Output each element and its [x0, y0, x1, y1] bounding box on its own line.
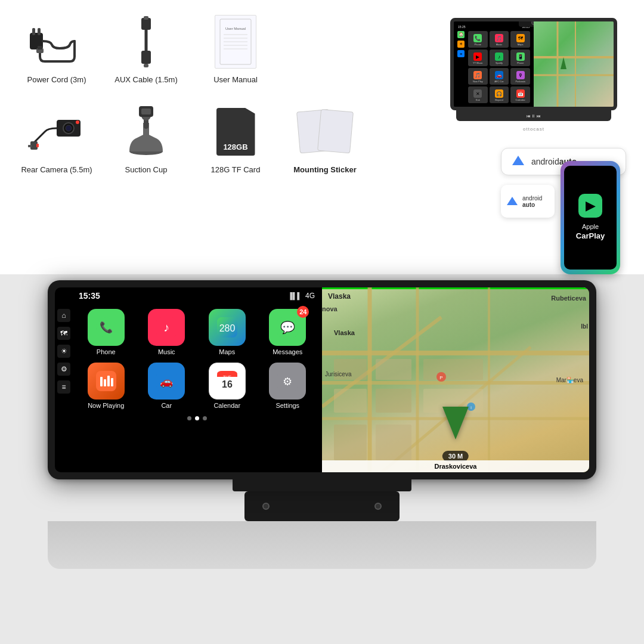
small-app-ytmusic: ▶YT Music: [468, 49, 488, 66]
carplay-status-bar: 15:35 ▐▌▌ 4G: [72, 287, 322, 303]
carplay-app-car[interactable]: 🚗 Car: [141, 363, 193, 409]
small-app-spotify: ♪Spotify: [490, 49, 509, 66]
svg-rect-1: [32, 28, 35, 35]
svg-point-19: [66, 125, 72, 131]
svg-rect-45: [107, 376, 110, 386]
svg-text:TUE: TUE: [223, 375, 231, 379]
nav-map: P i Vlaska nova Rubeticeva Ibl Vlaska Ju…: [322, 287, 589, 472]
aux-cable-icon: [113, 12, 179, 72]
sdcard-capacity: 128GB: [223, 143, 247, 151]
carplay-app-phone[interactable]: 📞 Phone: [80, 309, 132, 355]
carplay-app-nowplaying[interactable]: Now Playing: [80, 363, 132, 409]
user-manual-icon: User Manual: [203, 12, 268, 72]
rear-camera-icon: [24, 102, 89, 162]
sidebar-menu-icon[interactable]: ≡: [57, 380, 70, 394]
messages-label: Messages: [273, 348, 302, 355]
nav-city-jurisiceva: Jurisiceva: [325, 371, 583, 377]
dashboard-surface: [48, 521, 596, 569]
carplay-app-settings[interactable]: ⚙ Settings: [262, 363, 314, 409]
settings-label: Settings: [275, 402, 299, 409]
svg-rect-44: [104, 379, 106, 386]
svg-rect-67: [334, 389, 367, 413]
accessory-sdcard: 128GB 128G TF Card: [197, 102, 274, 174]
svg-marker-33: [561, 57, 566, 69]
sidebar-maps-icon[interactable]: 🗺: [57, 327, 70, 340]
sidebar-home-icon[interactable]: ⌂: [57, 309, 70, 322]
svg-rect-9: [144, 64, 148, 67]
svg-text:🚗: 🚗: [160, 375, 174, 388]
carplay-app-music[interactable]: ♪ Music: [141, 309, 193, 355]
small-sidebar: 🏠 ☀ ≡: [456, 30, 466, 104]
carplay-text: Apple CarPlay: [576, 222, 605, 241]
svg-text:♪: ♪: [163, 321, 169, 334]
android-badge-overlap: android auto: [501, 185, 555, 218]
dot-1[interactable]: [187, 416, 191, 420]
carplay-app-maps[interactable]: 280 Maps: [201, 309, 253, 355]
signal-type: 4G: [305, 292, 315, 300]
calendar-icon: TUE16: [209, 363, 246, 400]
svg-rect-2: [38, 28, 41, 35]
car-label: Car: [161, 402, 172, 409]
carplay-main: 15:35 ▐▌▌ 4G 📞: [72, 287, 322, 424]
carplay-panel: ⌂ 🗺 ☀ ⚙ ≡ 15:35 ▐▌▌ 4G: [55, 287, 322, 472]
power-cord-label: Power Cord (3m): [27, 75, 86, 84]
svg-rect-4: [38, 46, 42, 49]
rear-camera-label: Rear Camera (5.5m): [21, 165, 92, 174]
map-roads-svg: P i: [322, 287, 589, 472]
small-carplay-left: 15:25 16:25 🏠 ☀ ≡ 📞: [454, 21, 534, 107]
sidebar-settings-icon[interactable]: ⚙: [57, 363, 70, 376]
dot-3[interactable]: [203, 416, 207, 420]
small-app-podcasts: 🎙Podcasts: [510, 68, 530, 85]
svg-text:💬: 💬: [280, 320, 295, 335]
small-device-controls: ⏮ ⏸ ⏭: [456, 110, 611, 121]
small-time: 15:25: [458, 25, 466, 29]
sidebar-brightness-icon[interactable]: ☀: [57, 345, 70, 358]
signal-area: ▐▌▌ 4G: [288, 292, 315, 300]
music-icon: ♪: [148, 309, 185, 346]
svg-rect-28: [141, 109, 151, 114]
nowplaying-icon: [88, 363, 125, 400]
svg-rect-46: [111, 378, 113, 386]
small-map: [534, 21, 614, 107]
accessory-user-manual: User Manual User Manual: [197, 12, 274, 84]
small-brand: ottocast: [441, 122, 626, 133]
phone-icon: 📞: [88, 309, 125, 346]
android-auto-icon: [510, 153, 527, 170]
carplay-time: 15:35: [79, 291, 100, 301]
carplay-page-dots: [72, 413, 322, 424]
accessory-power-cord: Power Cord (3m): [18, 12, 95, 84]
accessories-row-1: Power Cord (3m) AUX Cable: [18, 12, 334, 84]
calendar-label: Calendar: [213, 402, 240, 409]
sidebar-home: 🏠: [457, 31, 465, 38]
nav-city-marceva: Mar🏪eva: [556, 377, 583, 383]
maps-icon: 280: [209, 309, 246, 346]
dot-2[interactable]: [195, 416, 199, 420]
small-app-music: 🎵Music: [490, 31, 509, 48]
mount-screw-right: [374, 503, 382, 510]
large-screen: ⌂ 🗺 ☀ ⚙ ≡ 15:35 ▐▌▌ 4G: [55, 287, 589, 472]
sidebar-brightness: ☀: [457, 41, 465, 48]
apple-carplay-device: ▶ Apple CarPlay android auto: [501, 179, 620, 250]
svg-rect-68: [376, 389, 411, 413]
small-app-phone: 📞Phone: [468, 31, 488, 48]
top-section: Power Cord (3m) AUX Cable: [0, 0, 644, 274]
manual-book: User Manual: [215, 15, 256, 69]
sdcard-icon: 128GB: [203, 102, 268, 162]
nav-city-rubeticeva: Rubeticeva: [551, 295, 586, 302]
nav-street-bottom: Draskoviceva: [322, 460, 589, 472]
accessory-aux-cable: AUX Cable (1.5m): [107, 12, 185, 84]
messages-icon: 💬 24: [269, 309, 306, 346]
carplay-app-calendar[interactable]: TUE16 Calendar: [201, 363, 253, 409]
navigation-panel: P i Vlaska nova Rubeticeva Ibl Vlaska Ju…: [322, 287, 589, 472]
settings-icon: ⚙: [269, 363, 306, 400]
svg-text:User Manual: User Manual: [225, 27, 246, 30]
nav-city-ibl: Ibl: [581, 323, 588, 330]
suction-cup-label: Suction Cup: [125, 165, 168, 174]
suction-cup-icon: [113, 102, 179, 162]
svg-text:280: 280: [219, 323, 235, 333]
accessories-row-2: Rear Camera (5.5m): [18, 102, 334, 174]
svg-text:⚙: ⚙: [283, 376, 292, 388]
messages-badge: 24: [297, 306, 309, 318]
carplay-app-messages[interactable]: 💬 24 Messages: [262, 309, 314, 355]
nav-city-vlaska2: Vlaska: [334, 329, 355, 336]
